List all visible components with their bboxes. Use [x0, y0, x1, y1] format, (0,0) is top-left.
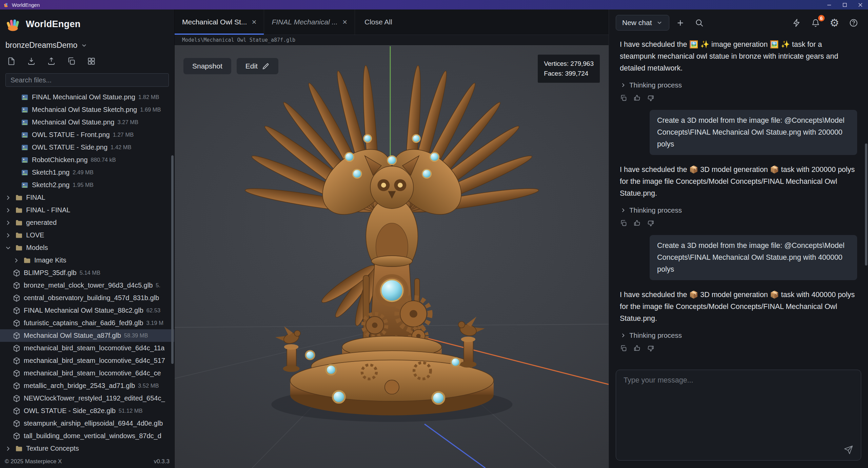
file-name: mechanical_bird_steam_locomotive_6d4c_11…: [24, 344, 164, 352]
assistant-message: I have scheduled the 📦 3D model generati…: [620, 164, 857, 227]
search-chats-button[interactable]: [692, 15, 707, 31]
file-row[interactable]: metallic_arch_bridge_2543_ad71.glb3.52 M…: [0, 379, 174, 392]
close-tab-icon[interactable]: ×: [252, 18, 256, 26]
user-message: Create a 3D model from the image file: @…: [650, 235, 857, 280]
message-input[interactable]: [616, 370, 861, 460]
activity-button[interactable]: [789, 15, 804, 31]
file-row[interactable]: FINAL Mechanical Owl Statue.png1.82 MB: [0, 91, 174, 103]
folder-row[interactable]: FINAL: [0, 191, 174, 204]
plus-icon: [676, 18, 685, 27]
thumbs-up-icon[interactable]: [633, 219, 641, 227]
folder-row[interactable]: Texture Concepts: [0, 442, 174, 455]
file-name: generated: [26, 219, 57, 227]
chat-panel: New chat 6 ⚙ I have scheduled the 🖼️ ✨ i…: [609, 9, 868, 468]
tab-mechanical-owl-statue[interactable]: Mechanical Owl St... ×: [175, 9, 264, 35]
file-name: FINAL Mechanical Owl Statue.png: [32, 93, 135, 101]
model-file-icon: [13, 382, 21, 390]
grid-view-icon[interactable]: [87, 57, 96, 67]
file-size: 1.82 MB: [138, 94, 159, 100]
close-tab-icon[interactable]: ×: [342, 18, 347, 26]
chevron-down-icon: [656, 19, 663, 26]
file-row[interactable]: BLIMPS_35df.glb5.14 MB: [0, 267, 174, 279]
thinking-process-toggle[interactable]: Thinking process: [620, 79, 857, 91]
folder-row[interactable]: FINAL - FINAL: [0, 204, 174, 216]
file-row[interactable]: Sketch1.png2.49 MB: [0, 166, 174, 179]
app-name: WorldEngen: [26, 19, 81, 30]
file-row[interactable]: mechanical_bird_steam_locomotive_6d4c_51…: [0, 354, 174, 367]
file-row[interactable]: bronze_metal_clock_tower_96d3_d4c5.glb5.: [0, 279, 174, 292]
file-row[interactable]: Mechanical Owl Statue_a87f.glb58.39 MB: [0, 329, 174, 342]
file-row[interactable]: futuristic_captains_chair_6ad6_fed9.glb3…: [0, 317, 174, 329]
thumbs-down-icon[interactable]: [647, 94, 654, 102]
file-row[interactable]: Mechanical Owl Statue.png3.27 MB: [0, 116, 174, 129]
file-row[interactable]: NEWClockTower_restyled_1192_edited_654c_: [0, 392, 174, 405]
download-icon[interactable]: [27, 57, 36, 67]
message-input-container: [616, 370, 861, 461]
close-all-button[interactable]: Close All: [355, 9, 402, 35]
duplicate-icon[interactable]: [67, 57, 76, 67]
search-input[interactable]: [5, 73, 169, 87]
file-row[interactable]: RobotChicken.png880.74 kB: [0, 154, 174, 166]
copy-icon[interactable]: [620, 94, 627, 102]
app-logo: WorldEngen: [5, 16, 169, 32]
copy-icon[interactable]: [620, 345, 627, 352]
settings-button[interactable]: ⚙: [827, 15, 842, 31]
file-row[interactable]: Mechanical Owl Statue Sketch.png1.69 MB: [0, 103, 174, 116]
file-row[interactable]: mechanical_bird_steam_locomotive_6d4c_11…: [0, 342, 174, 354]
maximize-button[interactable]: [837, 0, 852, 9]
folder-row[interactable]: LOVE: [0, 229, 174, 241]
sidebar-footer: © 2025 Masterpiece X v0.3.3: [0, 455, 174, 468]
folder-row[interactable]: Models: [0, 241, 174, 254]
chevron-right-icon: [4, 445, 12, 452]
file-row[interactable]: FINAL Mechanical Owl Statue_88c2.glb62.5…: [0, 304, 174, 317]
thinking-process-toggle[interactable]: Thinking process: [620, 204, 857, 216]
file-row[interactable]: OWL STATUE - Front.png1.27 MB: [0, 129, 174, 141]
sidebar-scrollbar[interactable]: [171, 155, 174, 364]
thumbs-up-icon[interactable]: [633, 345, 641, 352]
file-row[interactable]: tall_building_dome_vertical_windows_87dc…: [0, 430, 174, 442]
copyright-text: © 2025 Masterpiece X: [5, 458, 62, 465]
notifications-button[interactable]: 6: [808, 15, 823, 31]
model-file-icon: [13, 432, 21, 440]
snapshot-button[interactable]: Snapshot: [183, 58, 231, 74]
model-file-icon: [13, 269, 21, 277]
file-row[interactable]: OWL STATUE - Side_c82e.glb51.12 MB: [0, 405, 174, 417]
model-file-icon: [13, 394, 21, 403]
add-chat-button[interactable]: [673, 15, 688, 31]
model-file-icon: [13, 407, 21, 415]
thinking-process-toggle[interactable]: Thinking process: [620, 329, 857, 341]
minimize-button[interactable]: [821, 0, 837, 9]
thumbs-down-icon[interactable]: [647, 345, 654, 352]
new-chat-button[interactable]: New chat: [616, 15, 669, 31]
tab-final-mechanical-owl[interactable]: FINAL Mechanical ... ×: [264, 9, 355, 35]
chat-scrollbar[interactable]: [865, 143, 867, 266]
help-icon: [849, 18, 858, 27]
file-name: Models: [26, 244, 48, 252]
image-file-icon: [21, 106, 29, 114]
assistant-message-text: I have scheduled the 📦 3D model generati…: [620, 164, 857, 199]
file-row[interactable]: OWL STATUE - Side.png1.42 MB: [0, 141, 174, 154]
upload-icon[interactable]: [47, 57, 56, 67]
viewport-3d[interactable]: Snapshot Edit Vertices: 279,963 Faces: 3…: [175, 45, 609, 468]
tab-bar: Mechanical Owl St... × FINAL Mechanical …: [175, 9, 609, 35]
close-button[interactable]: [852, 0, 868, 9]
version-text: v0.3.3: [154, 458, 170, 465]
file-row[interactable]: Sketch2.png1.95 MB: [0, 179, 174, 191]
thumbs-down-icon[interactable]: [647, 219, 654, 227]
pencil-icon: [262, 62, 270, 70]
edit-button[interactable]: Edit: [237, 58, 278, 74]
help-button[interactable]: [846, 15, 861, 31]
file-row[interactable]: steampunk_airship_ellipsoidal_6944_4d0e.…: [0, 417, 174, 430]
folder-icon: [15, 445, 23, 453]
chevron-right-icon: [4, 207, 12, 214]
folder-row[interactable]: generated: [0, 216, 174, 229]
file-row[interactable]: mechanical_bird_steam_locomotive_6d4c_ce: [0, 367, 174, 379]
folder-icon: [15, 219, 23, 227]
folder-row[interactable]: Image Kits: [0, 254, 174, 267]
copy-icon[interactable]: [620, 219, 627, 227]
new-file-icon[interactable]: [7, 57, 16, 67]
thumbs-up-icon[interactable]: [633, 94, 641, 102]
send-button[interactable]: [842, 445, 855, 456]
project-selector[interactable]: bronzeDreamsDemo: [5, 41, 169, 50]
file-row[interactable]: central_observatory_building_457d_831b.g…: [0, 292, 174, 304]
